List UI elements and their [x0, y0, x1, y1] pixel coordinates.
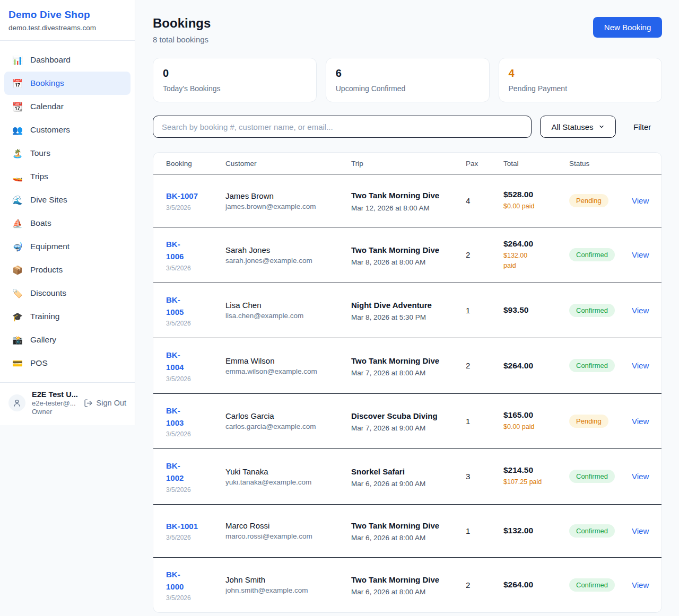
sidebar-nav: 📊 Dashboard 📅 Bookings 📆 Calendar 👥 Cust…	[0, 41, 135, 381]
stat-card-today-s-bookings: 0 Today's Bookings	[153, 58, 317, 102]
stat-value: 4	[509, 67, 652, 80]
customer-email: emma.wilson@example.com	[225, 367, 351, 375]
table-row: BK-1006 3/5/2026 Sarah Jones sarah.jones…	[153, 227, 661, 283]
booking-cell: BK-1001 3/5/2026	[166, 520, 225, 541]
table-header-row: BookingCustomerTripPaxTotalStatus	[153, 153, 661, 174]
status-cell: Confirmed	[569, 578, 632, 592]
booking-cell: BK-1000 3/5/2026	[166, 568, 225, 602]
booking-id-link[interactable]: BK-1005	[166, 294, 225, 319]
filter-button[interactable]: Filter	[633, 122, 651, 131]
booking-cell: BK-1003 3/5/2026	[166, 404, 225, 438]
sidebar-item-customers[interactable]: 👥 Customers	[4, 118, 130, 142]
table-row: BK-1007 3/5/2026 James Brown james.brown…	[153, 174, 661, 227]
sailboat-icon: ⛵	[12, 218, 23, 228]
sidebar-item-label: Training	[30, 312, 59, 321]
sidebar-item-dashboard[interactable]: 📊 Dashboard	[4, 48, 130, 72]
booking-id-link[interactable]: BK-1004	[166, 349, 225, 374]
total-amount: $214.50	[503, 465, 569, 475]
pax-cell: 1	[466, 417, 503, 426]
sidebar-item-label: Tours	[30, 148, 50, 158]
logout-icon	[84, 399, 93, 408]
total-amount: $132.00	[503, 526, 569, 535]
table-row: BK-1003 3/5/2026 Carlos Garcia carlos.ga…	[153, 394, 661, 450]
total-amount: $165.00	[503, 410, 569, 420]
sidebar-item-calendar[interactable]: 📆 Calendar	[4, 95, 130, 118]
sidebar-item-bookings[interactable]: 📅 Bookings	[4, 72, 130, 95]
view-link[interactable]: View	[632, 196, 649, 205]
status-cell: Pending	[569, 415, 632, 428]
pax-cell: 3	[466, 472, 503, 481]
view-link[interactable]: View	[632, 580, 649, 589]
pax-cell: 2	[466, 250, 503, 259]
pax-cell: 1	[466, 306, 503, 315]
sidebar-item-boats[interactable]: ⛵ Boats	[4, 212, 130, 235]
trip-datetime: Mar 12, 2026 at 8:00 AM	[351, 204, 466, 212]
sidebar-item-gallery[interactable]: 📸 Gallery	[4, 328, 130, 351]
view-link[interactable]: View	[632, 250, 649, 259]
filter-bar: All Statuses Filter	[153, 116, 662, 138]
status-cell: Pending	[569, 194, 632, 207]
sign-out-label: Sign Out	[97, 399, 126, 407]
view-link[interactable]: View	[632, 361, 649, 370]
sidebar-item-training[interactable]: 🎓 Training	[4, 305, 130, 328]
column-header-customer: Customer	[225, 160, 351, 168]
sidebar-item-tours[interactable]: 🏝️ Tours	[4, 142, 130, 165]
status-badge: Confirmed	[569, 578, 615, 592]
status-badge: Confirmed	[569, 248, 615, 261]
sidebar-item-trips[interactable]: 🚤 Trips	[4, 165, 130, 188]
column-header-booking: Booking	[166, 160, 225, 168]
booking-id-link[interactable]: BK-1003	[166, 404, 225, 429]
diving-mask-icon: 🤿	[12, 242, 23, 252]
status-select-value: All Statuses	[551, 122, 593, 131]
stat-card-upcoming-confirmed: 6 Upcoming Confirmed	[326, 58, 490, 102]
sidebar-item-label: Gallery	[30, 335, 56, 345]
total-cell: $528.00 $0.00 paid	[503, 190, 569, 212]
total-bookings-count: 8 total bookings	[153, 35, 211, 44]
user-footer: E2E Test U... e2e-tester@... Owner Sign …	[0, 382, 135, 425]
sidebar-item-equipment[interactable]: 🤿 Equipment	[4, 235, 130, 258]
booking-id-link[interactable]: BK-1001	[166, 520, 225, 532]
customer-cell: Marco Rossi marco.rossi@example.com	[225, 521, 351, 540]
customer-cell: James Brown james.brown@example.com	[225, 191, 351, 210]
trip-datetime: Mar 8, 2026 at 5:30 PM	[351, 313, 466, 321]
page-title-block: Bookings 8 total bookings	[153, 16, 211, 44]
search-input[interactable]	[153, 116, 532, 138]
status-badge: Pending	[569, 194, 608, 207]
status-badge: Confirmed	[569, 470, 615, 483]
sign-out-button[interactable]: Sign Out	[84, 399, 126, 408]
camera-icon: 📸	[12, 335, 23, 345]
customer-name: Yuki Tanaka	[225, 467, 351, 476]
sidebar-item-pos[interactable]: 💳 POS	[4, 351, 130, 375]
sidebar-item-label: Calendar	[30, 102, 64, 111]
booking-cell: BK-1007 3/5/2026	[166, 190, 225, 211]
booking-id-link[interactable]: BK-1002	[166, 460, 225, 485]
column-header-trip: Trip	[351, 160, 466, 168]
paid-amount: $0.00 paid	[503, 201, 547, 212]
new-booking-button[interactable]: New Booking	[593, 17, 662, 38]
booking-cell: BK-1002 3/5/2026	[166, 460, 225, 494]
booking-cell: BK-1005 3/5/2026	[166, 294, 225, 328]
sidebar-item-label: Customers	[30, 125, 70, 135]
page-title: Bookings	[153, 16, 211, 31]
customer-email: lisa.chen@example.com	[225, 312, 351, 320]
booking-id-link[interactable]: BK-1007	[166, 190, 225, 202]
view-link[interactable]: View	[632, 472, 649, 481]
status-select[interactable]: All Statuses	[540, 116, 616, 138]
view-link[interactable]: View	[632, 306, 649, 315]
customer-name: James Brown	[225, 191, 351, 200]
stat-label: Pending Payment	[509, 84, 652, 93]
speedboat-icon: 🚤	[12, 172, 23, 182]
booking-id-link[interactable]: BK-1006	[166, 238, 225, 263]
sidebar-item-discounts[interactable]: 🏷️ Discounts	[4, 281, 130, 305]
avatar	[8, 394, 25, 411]
user-name: E2E Test U...	[32, 390, 77, 399]
customer-cell: Lisa Chen lisa.chen@example.com	[225, 301, 351, 320]
booking-date: 3/5/2026	[166, 594, 225, 602]
view-link[interactable]: View	[632, 417, 649, 426]
sidebar-item-products[interactable]: 📦 Products	[4, 258, 130, 281]
sidebar-item-dive-sites[interactable]: 🌊 Dive Sites	[4, 188, 130, 212]
customer-cell: Sarah Jones sarah.jones@example.com	[225, 245, 351, 265]
booking-id-link[interactable]: BK-1000	[166, 568, 225, 593]
status-badge: Confirmed	[569, 524, 615, 538]
view-link[interactable]: View	[632, 526, 649, 535]
